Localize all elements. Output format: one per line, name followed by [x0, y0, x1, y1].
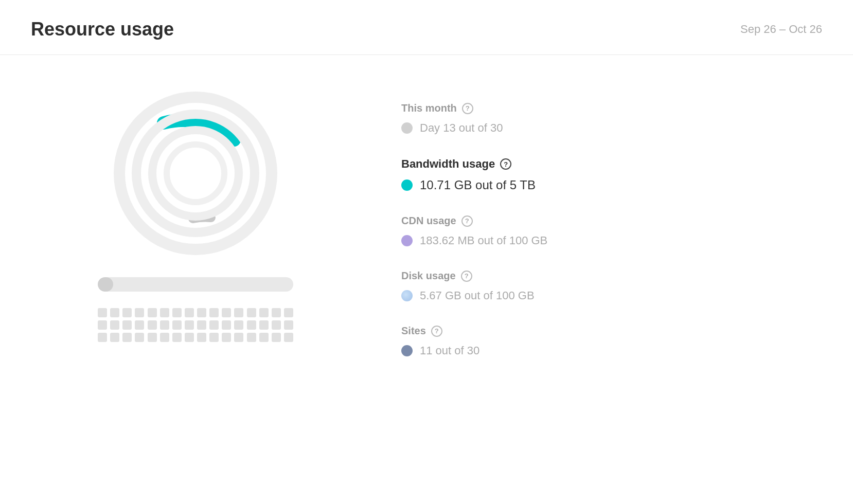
skeleton-cell — [148, 333, 157, 342]
disk-dot — [401, 290, 413, 301]
skeleton-cell — [259, 308, 269, 317]
skeleton-cell — [259, 320, 269, 330]
skeleton-cell — [122, 333, 132, 342]
skeleton-cell — [98, 308, 107, 317]
disk-value: 5.67 GB out of 100 GB — [401, 289, 822, 302]
skeleton-cell — [272, 320, 281, 330]
skeleton-cell — [122, 320, 132, 330]
skeleton-cell — [135, 333, 144, 342]
svg-point-5 — [175, 153, 216, 194]
skeleton-cell — [209, 308, 219, 317]
this-month-label: This month ? — [401, 102, 822, 114]
skeleton-cell — [110, 308, 119, 317]
skeleton-grid — [98, 308, 293, 342]
skeleton-cell — [98, 333, 107, 342]
skeleton-cell — [234, 308, 243, 317]
this-month-dot — [401, 122, 413, 134]
sites-help-icon[interactable]: ? — [431, 326, 442, 337]
skeleton-cell — [247, 333, 256, 342]
skeleton-cell — [247, 320, 256, 330]
bandwidth-label: Bandwidth usage ? — [401, 157, 822, 171]
bandwidth-section: Bandwidth usage ? 10.71 GB out of 5 TB — [401, 146, 822, 204]
skeleton-cell — [209, 320, 219, 330]
skeleton-cell — [160, 333, 169, 342]
this-month-section: This month ? Day 13 out of 30 — [401, 91, 822, 146]
skeleton-cell — [110, 320, 119, 330]
skeleton-cell — [197, 333, 206, 342]
this-month-help-icon[interactable]: ? — [462, 103, 473, 114]
skeleton-cell — [172, 333, 182, 342]
skeleton-cell — [172, 320, 182, 330]
chart-area — [31, 86, 360, 342]
skeleton-cell — [272, 308, 281, 317]
date-range: Sep 26 – Oct 26 — [740, 23, 822, 36]
loading-bar — [98, 277, 293, 292]
sites-dot — [401, 345, 413, 356]
donut-svg — [108, 86, 283, 261]
sites-label: Sites ? — [401, 325, 822, 337]
skeleton-cell — [122, 308, 132, 317]
loading-bar-fill — [98, 277, 113, 292]
stats-area: This month ? Day 13 out of 30 Bandwidth … — [401, 86, 822, 369]
skeleton-cell — [272, 333, 281, 342]
skeleton-cell — [197, 320, 206, 330]
bandwidth-value: 10.71 GB out of 5 TB — [401, 178, 822, 192]
main-content: This month ? Day 13 out of 30 Bandwidth … — [0, 55, 853, 389]
skeleton-cell — [110, 333, 119, 342]
skeleton-cell — [98, 320, 107, 330]
skeleton-cell — [209, 333, 219, 342]
sites-section: Sites ? 11 out of 30 — [401, 314, 822, 369]
skeleton-cell — [135, 308, 144, 317]
skeleton-cell — [284, 333, 293, 342]
skeleton-cell — [185, 320, 194, 330]
cdn-dot — [401, 235, 413, 246]
this-month-value: Day 13 out of 30 — [401, 121, 822, 135]
skeleton-cell — [172, 308, 182, 317]
skeleton-cell — [148, 308, 157, 317]
skeleton-cell — [222, 333, 231, 342]
skeleton-cell — [185, 308, 194, 317]
cdn-label: CDN usage ? — [401, 215, 822, 227]
skeleton-cell — [185, 333, 194, 342]
skeleton-cell — [135, 320, 144, 330]
disk-section: Disk usage ? 5.67 GB out of 100 GB — [401, 259, 822, 314]
page-header: Resource usage Sep 26 – Oct 26 — [0, 0, 853, 55]
skeleton-cell — [284, 308, 293, 317]
disk-help-icon[interactable]: ? — [461, 271, 472, 282]
bandwidth-help-icon[interactable]: ? — [500, 158, 511, 170]
skeleton-cell — [160, 308, 169, 317]
skeleton-cell — [234, 333, 243, 342]
skeleton-cell — [222, 308, 231, 317]
sites-value: 11 out of 30 — [401, 344, 822, 357]
skeleton-cell — [197, 308, 206, 317]
skeleton-cell — [247, 308, 256, 317]
skeleton-cell — [222, 320, 231, 330]
page-title: Resource usage — [31, 19, 174, 40]
donut-chart — [108, 86, 283, 261]
cdn-value: 183.62 MB out of 100 GB — [401, 234, 822, 247]
skeleton-cell — [284, 320, 293, 330]
skeleton-cell — [148, 320, 157, 330]
skeleton-cell — [160, 320, 169, 330]
skeleton-cell — [259, 333, 269, 342]
cdn-help-icon[interactable]: ? — [461, 215, 473, 227]
cdn-section: CDN usage ? 183.62 MB out of 100 GB — [401, 204, 822, 259]
disk-label: Disk usage ? — [401, 270, 822, 282]
skeleton-cell — [234, 320, 243, 330]
bandwidth-dot — [401, 179, 413, 191]
